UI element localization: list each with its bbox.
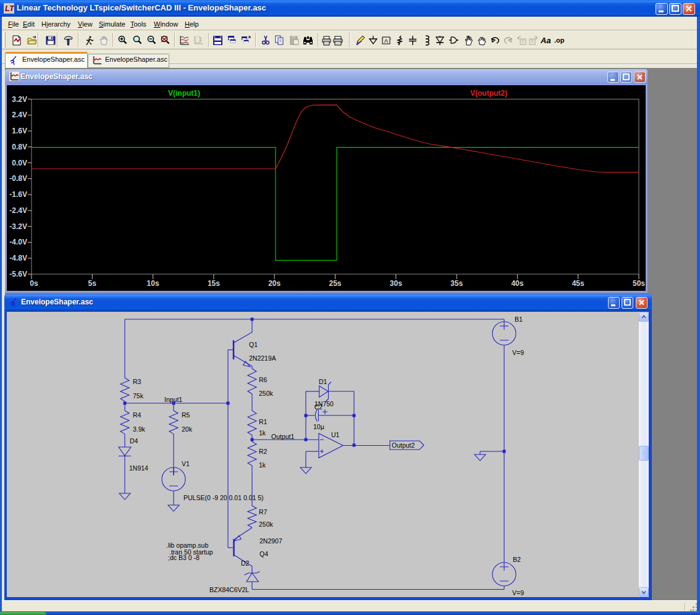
svg-text:V=9: V=9: [512, 349, 524, 356]
svg-text:2N2219A: 2N2219A: [249, 354, 276, 362]
svg-text:BZX84C6V2L: BZX84C6V2L: [209, 586, 249, 593]
svg-text:;dc B3 0 -8: ;dc B3 0 -8: [168, 554, 200, 561]
svg-text:35s: 35s: [450, 279, 463, 288]
svg-text:Aa: Aa: [541, 36, 551, 45]
svg-text:V1: V1: [182, 460, 190, 467]
svg-text:-4.0V: -4.0V: [9, 238, 27, 246]
svg-text:Q4: Q4: [259, 550, 268, 558]
svg-text:B2: B2: [513, 556, 521, 563]
svg-text:25s: 25s: [329, 279, 341, 288]
svg-text:Output2: Output2: [392, 441, 415, 449]
svg-text:20s: 20s: [268, 279, 280, 288]
svg-text:1N914: 1N914: [129, 464, 148, 472]
svg-text:-4.8V: -4.8V: [9, 254, 27, 262]
svg-text:5s: 5s: [88, 279, 97, 288]
svg-text:V(input1): V(input1): [168, 89, 200, 98]
svg-text:-1.6V: -1.6V: [9, 190, 27, 199]
svg-text:1.6V: 1.6V: [12, 127, 27, 135]
svg-text:R3: R3: [133, 378, 141, 385]
svg-text:U1: U1: [331, 431, 340, 438]
svg-text:1k: 1k: [259, 429, 266, 437]
svg-text:50s: 50s: [633, 279, 645, 288]
svg-text:V=9: V=9: [512, 589, 524, 596]
svg-text:20k: 20k: [182, 425, 193, 433]
svg-text:Input1: Input1: [164, 396, 182, 403]
svg-text:D2: D2: [241, 559, 250, 567]
svg-text:0s: 0s: [30, 279, 38, 288]
svg-text:Output1: Output1: [271, 433, 295, 440]
svg-text:-0.8V: -0.8V: [9, 174, 27, 183]
svg-text:15s: 15s: [208, 279, 220, 288]
svg-text:D1: D1: [319, 378, 327, 385]
svg-text:45s: 45s: [572, 279, 584, 288]
svg-text:30s: 30s: [390, 279, 402, 288]
svg-text:PULSE(0 -9 20 0.01 0.01 5): PULSE(0 -9 20 0.01 0.01 5): [183, 494, 264, 501]
svg-text:.op: .op: [554, 36, 565, 44]
svg-text:V(output2): V(output2): [470, 89, 507, 98]
svg-text:R4: R4: [133, 411, 141, 419]
svg-text:1k: 1k: [259, 461, 266, 469]
svg-text:R2: R2: [259, 448, 268, 455]
svg-text:D4: D4: [130, 437, 138, 445]
svg-text:250k: 250k: [259, 521, 274, 528]
svg-text:R6: R6: [259, 376, 268, 383]
svg-text:0.8V: 0.8V: [12, 143, 27, 151]
svg-text:Q1: Q1: [249, 341, 258, 348]
svg-text:A: A: [384, 38, 388, 44]
svg-text:LT: LT: [5, 4, 14, 13]
svg-text:R5: R5: [182, 411, 190, 419]
svg-text:B1: B1: [515, 316, 523, 323]
svg-text:3.9k: 3.9k: [133, 425, 146, 433]
svg-text:C2: C2: [314, 403, 323, 411]
svg-text:3.2V: 3.2V: [12, 95, 27, 104]
svg-text:75k: 75k: [133, 392, 144, 400]
svg-text:40s: 40s: [511, 279, 523, 288]
svg-text:R7: R7: [259, 508, 268, 516]
svg-text:10s: 10s: [147, 279, 159, 288]
svg-text:2N2907: 2N2907: [259, 537, 282, 545]
svg-text:250k: 250k: [259, 390, 274, 397]
svg-text:R1: R1: [259, 418, 268, 425]
svg-text:2.4V: 2.4V: [12, 111, 27, 119]
svg-text:-2.4V: -2.4V: [9, 206, 27, 215]
svg-text:-5.6V: -5.6V: [9, 270, 27, 278]
svg-text:10µ: 10µ: [313, 423, 324, 430]
svg-text:-3.2V: -3.2V: [9, 222, 27, 231]
svg-text:0.0V: 0.0V: [12, 159, 27, 167]
